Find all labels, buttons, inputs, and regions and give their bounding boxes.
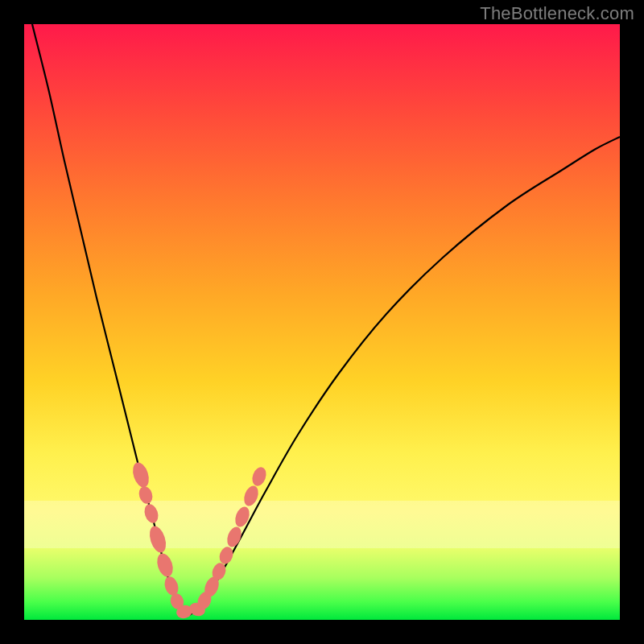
left-curve: [32, 24, 189, 615]
bead-marker: [130, 460, 151, 489]
right-curve: [189, 137, 620, 615]
curve-beads: [130, 460, 268, 621]
bead-marker: [155, 551, 175, 579]
chart-svg: [24, 24, 620, 620]
bead-marker: [233, 505, 252, 529]
bead-marker: [142, 502, 161, 525]
bead-marker: [147, 524, 169, 555]
bead-marker: [250, 465, 268, 488]
plot-area: [24, 24, 620, 620]
bead-marker: [137, 485, 155, 506]
bead-marker: [217, 545, 236, 566]
chart-frame: TheBottleneck.com: [0, 0, 644, 644]
watermark-text: TheBottleneck.com: [480, 3, 634, 24]
